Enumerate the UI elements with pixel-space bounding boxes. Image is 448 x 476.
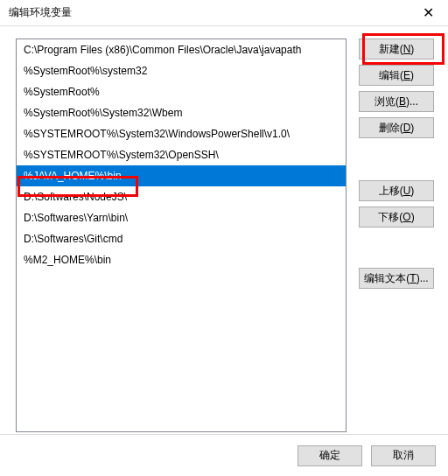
cancel-button[interactable]: 取消 bbox=[371, 445, 436, 466]
list-item-selected[interactable]: %JAVA_HOME%\bin bbox=[17, 165, 346, 186]
moveup-button[interactable]: 上移(U) bbox=[359, 180, 434, 201]
new-button[interactable]: 新建(N) bbox=[359, 38, 434, 60]
window-title: 编辑环境变量 bbox=[9, 5, 415, 20]
movedown-button[interactable]: 下移(O) bbox=[359, 206, 434, 228]
list-item[interactable]: C:\Program Files (x86)\Common Files\Orac… bbox=[17, 39, 346, 60]
list-item[interactable]: D:\Softwares\Yarn\bin\ bbox=[17, 207, 346, 228]
list-item[interactable]: %SystemRoot%\system32 bbox=[17, 60, 346, 81]
path-listbox[interactable]: C:\Program Files (x86)\Common Files\Orac… bbox=[16, 38, 346, 432]
bottom-bar: 确定 取消 bbox=[0, 434, 448, 476]
list-item[interactable]: %SYSTEMROOT%\System32\OpenSSH\ bbox=[17, 144, 346, 165]
list-item[interactable]: D:\Softwares\NodeJS\ bbox=[17, 186, 346, 207]
list-item[interactable]: %M2_HOME%\bin bbox=[17, 249, 346, 270]
delete-button[interactable]: 删除(D) bbox=[359, 117, 434, 138]
edit-button[interactable]: 编辑(E) bbox=[359, 65, 434, 86]
spacer bbox=[359, 233, 434, 262]
list-item[interactable]: D:\Softwares\Git\cmd bbox=[17, 228, 346, 249]
list-item[interactable]: %SYSTEMROOT%\System32\WindowsPowerShell\… bbox=[17, 123, 346, 144]
content-area: C:\Program Files (x86)\Common Files\Orac… bbox=[0, 26, 448, 434]
list-item[interactable]: %SystemRoot% bbox=[17, 81, 346, 102]
spacer bbox=[359, 144, 434, 175]
ok-button[interactable]: 确定 bbox=[298, 445, 362, 466]
edittext-button[interactable]: 编辑文本(T)... bbox=[359, 268, 434, 289]
side-buttons: 新建(N) 编辑(E) 浏览(B)... 删除(D) 上移(U) 下移(O) 编… bbox=[359, 38, 434, 425]
close-icon[interactable]: ✕ bbox=[415, 4, 441, 23]
browse-button[interactable]: 浏览(B)... bbox=[359, 91, 434, 112]
list-item[interactable]: %SystemRoot%\System32\Wbem bbox=[17, 102, 346, 123]
titlebar: 编辑环境变量 ✕ bbox=[0, 0, 448, 26]
